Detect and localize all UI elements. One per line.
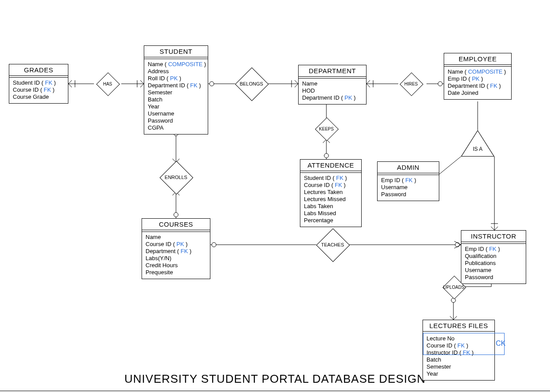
attribute-row: CGPA [148,124,204,131]
attribute-row: Password [148,117,204,124]
entity-title: ADMIN [378,162,439,173]
attribute-row: Department ID ( PK ) [302,94,363,101]
entity-attrs: Lecture NoCourse ID ( FK )Instructor ID … [423,333,494,380]
attribute-row: Year [148,103,204,110]
attribute-row: Instructor ID ( FK ) [427,349,491,356]
attribute-row: Passoword [465,274,522,281]
attribute-row: Batch [427,356,491,363]
attribute-row: Percentage [304,217,358,224]
entity-title: COURSES [142,219,210,230]
entity-title: INSTRUCTOR [461,231,526,242]
entity-student: STUDENT Name ( COMPOSITE )AddressRoll ID… [144,45,208,134]
attribute-row: Course ID ( FK ) [427,342,491,349]
svg-point-9 [210,82,214,86]
svg-line-6 [140,84,144,87]
entity-employee: EMPLOYEE Name ( COMPOSITE )Emp ID ( PK )… [444,53,512,100]
entity-grades: GRADES Student ID ( FK )Course ID ( FK )… [9,64,68,104]
entity-title: STUDENT [144,46,208,57]
svg-point-35 [212,243,216,247]
svg-line-11 [295,80,298,84]
attribute-row: Name ( COMPOSITE ) [148,61,204,68]
entity-title: DEPARTMENT [299,65,366,77]
attribute-row: Username [381,184,435,191]
attribute-row: Student ID ( FK ) [13,79,64,86]
attribute-row: Prequesite [146,269,206,276]
relationship-uploads: UPLOADS [442,276,465,299]
attribute-row: Qualification [465,253,522,260]
attribute-row: Password [381,191,435,198]
svg-line-15 [367,80,370,84]
relationship-has: HAS [96,72,119,95]
attribute-row: Username [465,267,522,274]
relationship-keeps: KEEPS [315,117,338,140]
attribute-row: Emp ID ( FK ) [381,177,435,184]
attribute-row: Department ( FK ) [146,248,206,255]
attribute-row: Labs(Y/N) [146,255,206,262]
entity-attrs: Name ( COMPOSITE )AddressRoll ID ( PK )D… [144,59,208,134]
attribute-row: Username [148,110,204,117]
attribute-row: Name [146,234,206,241]
attribute-row: Date Joined [448,90,508,97]
svg-point-37 [455,243,460,247]
svg-line-44 [494,227,498,230]
entity-attrs: Student ID ( FK )Course ID ( FK )Course … [9,78,68,103]
entity-admin: ADMIN Emp ID ( FK )UsernamePassword [377,161,439,201]
attribute-row: Semester [148,89,204,96]
attribute-row: Course ID ( FK ) [304,182,358,189]
svg-line-2 [68,84,72,87]
entity-attendence: ATTENDENCE Student ID ( FK )Course ID ( … [300,159,362,227]
entity-lectures-files: LECTURES FILES Lecture NoCourse ID ( FK … [423,320,495,381]
entity-title: GRADES [9,64,68,76]
attribute-row: Year [427,370,491,377]
bottom-divider [0,391,550,391]
svg-line-12 [295,84,298,87]
entity-attrs: Emp ID ( FK )QualificationPublicationsUs… [461,244,526,284]
attribute-row: Emp ID ( PK ) [448,75,508,82]
attribute-row: Publications [465,260,522,267]
attribute-row: Course ID ( PK ) [146,241,206,248]
attribute-row: Credit Hours [146,262,206,269]
attribute-row: Lectures Missed [304,196,358,203]
attribute-row: Lectures Taken [304,189,358,196]
entity-attrs: Student ID ( FK )Course ID ( FK )Lecture… [300,173,361,227]
attribute-row: Course Grade [13,93,64,101]
attribute-row: Semester [427,363,491,370]
attribute-row: Department ID ( FK ) [448,82,508,90]
svg-line-51 [450,316,453,320]
entity-instructor: INSTRUCTOR Emp ID ( FK )QualificationPub… [461,230,526,284]
er-diagram-canvas: GRADES Student ID ( FK )Course ID ( FK )… [0,0,550,392]
attribute-row: Address [148,68,204,75]
svg-line-41 [439,157,461,174]
relationship-isa: IS A [461,130,494,157]
attribute-row: Department ID ( FK ) [148,82,204,89]
attribute-row: HOD [302,87,363,94]
entity-attrs: NameHODDepartment ID ( PK ) [299,78,366,104]
entity-title: LECTURES FILES [423,320,494,332]
attribute-row: Batch [148,96,204,103]
entity-attrs: Emp ID ( FK )UsernamePassword [378,175,439,201]
attribute-row: Course ID ( FK ) [13,86,64,93]
svg-line-1 [68,80,72,84]
relationship-teaches: TEACHES [317,229,348,261]
svg-line-16 [367,84,370,87]
ck-label: CK [496,340,505,347]
attribute-row: Name ( COMPOSITE ) [448,68,508,75]
entity-attrs: NameCourse ID ( PK )Department ( FK )Lab… [142,232,210,279]
attribute-row: Student ID ( FK ) [304,175,358,182]
attribute-row: Labs Taken [304,203,358,210]
relationship-hires: HIRES [400,72,423,95]
attribute-row: Labs Missed [304,210,358,217]
attribute-row: Emp ID ( FK ) [465,246,522,253]
svg-point-19 [438,82,442,86]
attribute-row: Lecture No [427,335,491,342]
relationship-belongs: BELONGS [236,68,267,100]
entity-title: ATTENDENCE [300,160,361,171]
svg-line-43 [491,227,494,230]
svg-line-52 [453,316,457,320]
relationship-enrolls: ENROLLS [160,161,192,193]
svg-line-5 [140,80,144,84]
entity-title: EMPLOYEE [444,53,511,65]
entity-attrs: Name ( COMPOSITE )Emp ID ( PK )Departmen… [444,67,511,99]
attribute-row: Name [302,80,363,87]
svg-point-31 [324,153,329,158]
